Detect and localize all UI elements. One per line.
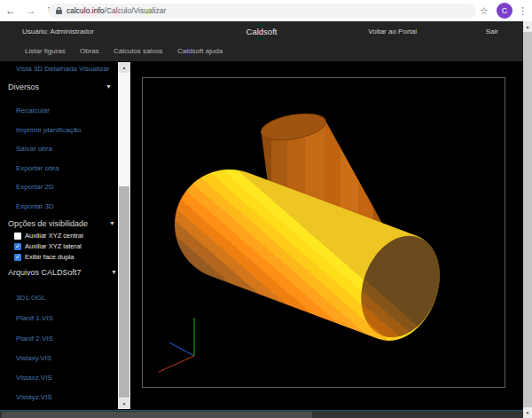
url-path: /Calculo/Visualizar [105,6,167,15]
sidebar-item-exportar-3d[interactable]: Exportar 3D [16,202,54,210]
sidebar-item-planif2-vis[interactable]: Planif 2.VIS [16,335,53,343]
sidebar-scrollbar[interactable]: ▲ ▼ [118,62,130,409]
viewer-canvas[interactable] [142,77,505,388]
section-arquivos-label: Arquivos CALDSoft7 [8,268,82,277]
logout-link[interactable]: Sair [486,28,498,35]
checkbox-row-auxiliar-xyz-central[interactable]: Auxiliar XYZ central [14,232,83,240]
url-text: calculo.info/Calculo/Visualizar [66,6,166,15]
browser-avatar[interactable]: C [497,3,512,19]
axis-z-blue [169,343,194,356]
checkbox-auxiliar-xyz-lateral[interactable]: ✓ [14,243,21,250]
nav-calculos-salvos[interactable]: Cálculos salvos [113,47,163,55]
sidebar-scroll-down-icon[interactable]: ▼ [118,398,130,409]
page-scroll-up-icon[interactable]: ▲ [523,21,532,32]
sidebar-item-vistaxz-vis[interactable]: Vistaxz.VIS [16,374,52,382]
nav-listar-figuras[interactable]: Listar figuras [25,47,66,55]
sidebar-scroll-up-icon[interactable]: ▲ [118,62,130,73]
checkbox-label: Auxiliar XYZ central [25,232,83,240]
checkbox-auxiliar-xyz-central[interactable] [14,233,21,240]
axis-x-red [159,356,194,372]
checkbox-label: Exibir face dupla [25,253,74,261]
pipe-tee-3d-model [143,78,506,389]
main-nav: Listar figuras Obras Cálculos salvos Cal… [0,44,523,61]
sidebar-item-vistaxy-vis[interactable]: Vistaxy.VIS [16,354,51,362]
lock-icon [56,10,62,14]
page-scrollbar[interactable]: ▲ ▼ [523,21,532,418]
nav-obras[interactable]: Obras [80,47,99,55]
sidebar-scrollbar-thumb[interactable] [119,186,129,398]
viewer-panel [131,61,523,410]
sidebar-item-3d1-ogl[interactable]: 3D1.OGL [16,294,46,302]
forward-icon[interactable]: → [24,0,38,21]
sidebar-item-exportar-2d[interactable]: Exportar 2D [16,183,54,191]
page-scroll-down-icon[interactable]: ▼ [523,407,532,418]
chevron-down-icon: ▼ [109,220,115,226]
sidebar-item-planif1-vis[interactable]: Planif 1.VIS [16,314,53,322]
app-header: Usuário: Administrador Caldsoft Voltar a… [0,21,523,61]
app-title: Caldsoft [0,27,523,36]
sidebar-item-exportar-obra[interactable]: Exportar obra [16,164,59,172]
back-icon[interactable]: ← [4,0,18,21]
portal-link[interactable]: Voltar ao Portal [368,28,417,35]
sidebar-item-recalcular[interactable]: Recalcular [16,106,50,114]
chevron-down-icon: ▼ [106,83,112,90]
checkbox-row-exibir-face-dupla[interactable]: ✓ Exibir face dupla [14,253,74,261]
section-arquivos[interactable]: Arquivos CALDSoft7 ▼ [8,268,120,277]
section-diversos-label: Diversos [8,83,39,91]
axis-triad [159,318,194,372]
chevron-down-icon: ▼ [111,269,117,275]
sidebar-item-vista-3d[interactable]: Vista 3D Detalhada Visualizar [16,65,110,73]
checkbox-label: Auxiliar XYZ lateral [25,242,82,250]
horizontal-scrollbar[interactable] [0,410,523,418]
url-bar[interactable]: calculo.info/Calculo/Visualizar [49,4,476,18]
bookmark-star-icon[interactable]: ☆ [478,0,490,21]
sidebar-item-salvar-obra[interactable]: Salvar obra [16,145,52,153]
sidebar: Vista 3D Detalhada Visualizar Diversos ▼… [0,61,131,410]
browser-toolbar: ← → ↻ calculo.info/Calculo/Visualizar ☆ … [0,0,532,21]
checkbox-exibir-face-dupla[interactable]: ✓ [14,254,21,261]
section-visibilidade-label: Opções de visibilidade [8,219,88,228]
browser-menu-icon[interactable]: ⋮ [518,0,527,21]
checkbox-row-auxiliar-xyz-lateral[interactable]: ✓ Auxiliar XYZ lateral [14,242,82,250]
nav-caldsoft-ajuda[interactable]: Caldsoft ajuda [177,47,223,55]
section-diversos[interactable]: Diversos ▼ [8,83,114,91]
horizontal-scrollbar-thumb[interactable] [2,412,312,418]
page-content: Vista 3D Detalhada Visualizar Diversos ▼… [0,61,523,410]
sidebar-item-vistayz-vis[interactable]: Vistayz.VIS [16,393,52,401]
section-visibilidade[interactable]: Opções de visibilidade ▼ [8,219,118,228]
url-host: calculo.info [66,6,105,15]
sidebar-item-imprimir-planificacao[interactable]: Imprimir planificação [16,126,81,134]
